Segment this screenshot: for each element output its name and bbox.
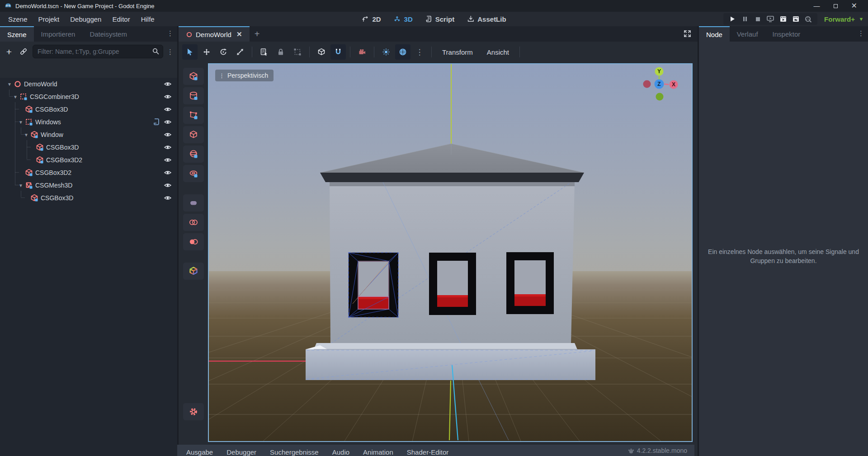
minimize-button[interactable]: —: [814, 3, 820, 9]
maximize-button[interactable]: [834, 3, 838, 9]
scale-tool-button[interactable]: [232, 44, 248, 60]
filter-menu-icon[interactable]: ⋮: [167, 48, 174, 55]
rotate-tool-button[interactable]: [216, 44, 231, 60]
dock-menu-icon[interactable]: ⋮: [858, 30, 864, 37]
tab-importieren[interactable]: Importieren: [34, 26, 83, 42]
mode-3d[interactable]: 3D: [394, 15, 413, 23]
dock-menu-icon[interactable]: ⋮: [167, 30, 174, 37]
bottom-tab-shader-editor[interactable]: Shader-Editor: [407, 449, 449, 456]
preview-environment-button[interactable]: [395, 44, 410, 60]
ruler-mode-button[interactable]: [314, 44, 329, 60]
bottom-tab-debugger[interactable]: Debugger: [226, 449, 256, 456]
tab-inspektor[interactable]: Inspektor: [765, 26, 808, 42]
camera-preview-button[interactable]: [354, 44, 370, 60]
scene-filter-input[interactable]: [33, 45, 163, 58]
tree-row-csgbox3d[interactable]: CSGBox3D: [0, 141, 177, 154]
play-custom-scene-button[interactable]: [790, 14, 801, 24]
move-tool-button[interactable]: [199, 44, 214, 60]
list-select-button[interactable]: [256, 44, 272, 60]
visibility-icon[interactable]: [164, 105, 172, 115]
add-node-button[interactable]: +: [4, 46, 14, 57]
bottom-tab-animation[interactable]: Animation: [363, 449, 393, 456]
close-button[interactable]: ✕: [851, 2, 857, 9]
snap-toggle-button[interactable]: [330, 44, 346, 60]
play-button[interactable]: [727, 14, 738, 24]
instance-scene-button[interactable]: [18, 46, 29, 57]
tab-szene[interactable]: Szene: [0, 26, 34, 42]
visibility-icon[interactable]: [164, 131, 172, 140]
tree-row-demoworld[interactable]: ▼ DemoWorld: [0, 78, 177, 90]
chevron-down-icon[interactable]: ▼: [6, 82, 13, 87]
visibility-icon[interactable]: [164, 80, 172, 89]
bake-mesh-button[interactable]: [183, 263, 204, 280]
tab-node[interactable]: Node: [699, 26, 730, 42]
renderer-dropdown[interactable]: Forward+▼: [824, 12, 864, 26]
extra-options-menu[interactable]: ⋮: [412, 44, 427, 60]
select-tool-button[interactable]: [182, 44, 198, 60]
chevron-down-icon[interactable]: ▼: [23, 132, 29, 137]
chevron-down-icon[interactable]: ▼: [18, 183, 24, 188]
tree-row-csgbox3d2[interactable]: CSGBox3D2: [0, 166, 177, 179]
preview-sun-button[interactable]: [378, 44, 394, 60]
bottom-tab-suchergebnisse[interactable]: Suchergebnisse: [270, 449, 319, 456]
tree-row-csgbox3d[interactable]: CSGBox3D: [0, 192, 177, 204]
visibility-icon[interactable]: [164, 169, 172, 178]
csg-sphere-button[interactable]: [183, 146, 204, 163]
tree-row-csgcombiner3d[interactable]: ▼ CSGCombiner3D: [0, 90, 177, 103]
movie-mode-button[interactable]: [803, 14, 814, 24]
perspective-menu[interactable]: ⋮ Perspektivisch: [215, 70, 274, 81]
visibility-icon[interactable]: [164, 118, 172, 127]
menu-hilfe[interactable]: Hilfe: [136, 14, 160, 25]
tree-row-csgbox3d[interactable]: CSGBox3D: [0, 103, 177, 116]
pause-button[interactable]: [740, 14, 750, 24]
visibility-icon[interactable]: [164, 181, 172, 191]
group-button[interactable]: [290, 44, 305, 60]
mode-2d[interactable]: 2D: [362, 15, 381, 23]
mode-assetlib[interactable]: AssetLib: [467, 15, 506, 23]
csg-box-button[interactable]: [183, 68, 204, 85]
csg-polygon-button[interactable]: [183, 107, 204, 124]
remote-debug-button[interactable]: [765, 14, 776, 24]
tree-row-csgbox3d2[interactable]: CSGBox3D2: [0, 154, 177, 166]
tree-row-csgmesh3d[interactable]: ▼ CSGMesh3D: [0, 179, 177, 192]
left-dock: Szene Importieren Dateisystem ⋮ + ⋮: [0, 26, 177, 456]
csg-subtraction-button[interactable]: [183, 233, 204, 250]
fullscreen-toggle-icon[interactable]: [684, 30, 691, 39]
scene-tab-demoworld[interactable]: DemoWorld ✕: [179, 26, 250, 42]
new-scene-tab-button[interactable]: +: [250, 26, 265, 42]
chevron-down-icon[interactable]: ▼: [18, 120, 24, 125]
lock-button[interactable]: [273, 44, 288, 60]
bottom-tab-ausgabe[interactable]: Ausgabe: [186, 449, 213, 456]
csg-union-button[interactable]: [183, 194, 204, 212]
menu-projekt[interactable]: Projekt: [33, 14, 65, 25]
menu-debuggen[interactable]: Debuggen: [65, 14, 107, 25]
viewport-3d[interactable]: ⋮ Perspektivisch Y X Z: [208, 63, 693, 442]
pause-icon: [742, 16, 748, 22]
csg-mesh-button[interactable]: [183, 126, 204, 143]
chevron-down-icon[interactable]: ▼: [12, 94, 19, 99]
tab-verlauf[interactable]: Verlauf: [730, 26, 765, 42]
menu-editor[interactable]: Editor: [107, 14, 135, 25]
visibility-icon[interactable]: [164, 194, 172, 203]
csg-cylinder-button[interactable]: [183, 87, 204, 104]
tab-dateisystem[interactable]: Dateisystem: [82, 26, 134, 42]
tree-row-windows[interactable]: ▼ Windows: [0, 116, 177, 128]
transform-menu[interactable]: Transform: [436, 48, 479, 56]
tree-row-window[interactable]: ▼ Window: [0, 128, 177, 141]
script-icon[interactable]: [153, 118, 159, 127]
close-icon[interactable]: ✕: [236, 30, 242, 38]
stop-button[interactable]: [752, 14, 763, 24]
csg-intersection-button[interactable]: [183, 214, 204, 231]
csg-torus-button[interactable]: [183, 165, 204, 182]
visibility-icon[interactable]: [164, 156, 172, 165]
viewport-settings-button[interactable]: [183, 403, 204, 420]
axis-gizmo[interactable]: Y X Z: [642, 67, 678, 103]
visibility-icon[interactable]: [164, 93, 172, 102]
node3d-icon: [186, 31, 193, 38]
mode-script[interactable]: Script: [425, 15, 455, 23]
bottom-tab-audio[interactable]: Audio: [332, 449, 349, 456]
menu-szene[interactable]: Szene: [3, 14, 33, 25]
play-scene-button[interactable]: [778, 14, 788, 24]
visibility-icon[interactable]: [164, 143, 172, 153]
view-menu[interactable]: Ansicht: [481, 48, 515, 56]
